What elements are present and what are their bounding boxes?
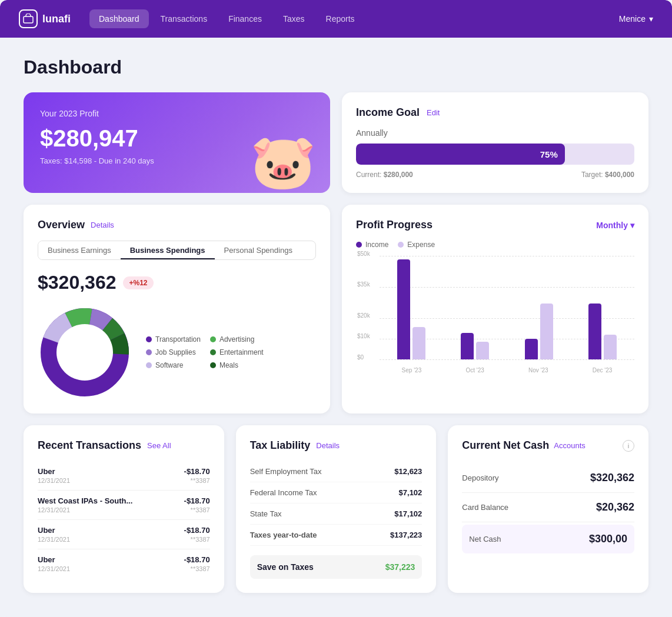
legend-advertising: Advertising [210,335,265,343]
overview-tab-group: Business Earnings Business Spendings Per… [38,241,316,260]
x-labels: Sep '23 Oct '23 Nov '23 Dec '23 [380,367,634,373]
net-cash-rows: Depository $320,362 Card Balance $20,362… [462,463,634,553]
overview-amount: $320,362 +%12 [38,272,316,294]
bars-container [380,256,634,359]
goal-period: Annually [356,128,634,138]
chart-legend: Income Expense [356,241,634,249]
transactions-title: Recent Transactions [38,439,141,452]
bar-sep-expense [412,327,425,359]
cash-row-card-balance: Card Balance $20,362 [462,493,634,522]
bar-chart: $50k $35k $20k $10k $0 [356,256,634,373]
tax-row-self-employment: Self Employment Tax $12,623 [250,461,423,482]
dot-meals [210,362,216,368]
overview-badge: +%12 [123,276,153,289]
chevron-down-icon: ▾ [649,14,653,24]
net-cash-header: Current Net Cash Accounts i [462,439,634,452]
expense-legend: Expense [398,241,435,249]
legend-meals: Meals [210,361,265,369]
tax-details-link[interactable]: Details [316,441,340,450]
tab-personal-spendings[interactable]: Personal Spendings [215,241,302,259]
overview-card: Overview Details Business Earnings Busin… [24,205,330,413]
dot-entertainment [210,349,216,355]
nav-transactions[interactable]: Transactions [151,9,217,28]
cash-row-depository: Depository $320,362 [462,463,634,493]
cash-row-net-cash: Net Cash $300,00 [462,525,634,553]
nav-finances[interactable]: Finances [219,9,271,28]
dot-transportation [146,336,152,342]
bar-sep-income [397,259,410,359]
navbar: lunafi Dashboard Transactions Finances T… [0,0,672,38]
goal-target: Target: $400,000 [581,171,634,179]
profit-label: Your 2023 Profit [40,109,314,118]
save-on-taxes-button[interactable]: Save on Taxes $37,223 [250,555,423,579]
nav-dashboard[interactable]: Dashboard [89,9,149,28]
tax-header: Tax Liability Details [250,439,423,452]
dot-job-supplies [146,349,152,355]
monthly-button[interactable]: Monthly ▾ [596,221,634,230]
bar-dec-income [588,304,601,359]
overview-details-link[interactable]: Details [91,221,114,229]
logo: lunafi [19,9,71,28]
bottom-row: Recent Transactions See All Uber 12/31/2… [24,425,648,593]
bar-dec [588,304,617,359]
recent-transactions-card: Recent Transactions See All Uber 12/31/2… [24,425,224,593]
goal-meta: Current: $280,000 Target: $400,000 [356,171,634,179]
table-row: Uber 12/31/2021 -$18.70 **3387 [38,461,210,491]
progress-pct: 75% [540,149,558,159]
see-all-link[interactable]: See All [147,441,171,450]
accounts-link[interactable]: Accounts [554,441,585,450]
bar-oct-expense [476,342,489,359]
tax-row-ytd: Taxes year-to-date $137,223 [250,525,423,546]
mid-row: Overview Details Business Earnings Busin… [24,205,648,413]
income-legend: Income [356,241,388,249]
tab-business-earnings[interactable]: Business Earnings [38,241,121,259]
profit-card: Your 2023 Profit $280,947 Taxes: $14,598… [24,92,330,193]
chevron-down-icon: ▾ [630,221,634,230]
info-icon[interactable]: i [623,440,634,452]
dot-software [146,362,152,368]
net-cash-card: Current Net Cash Accounts i Depository $… [448,425,648,593]
legend-software: Software [146,361,201,369]
table-row: Uber 12/31/2021 -$18.70 **3387 [38,520,210,549]
nav-taxes[interactable]: Taxes [274,9,314,28]
income-goal-card: Income Goal Edit Annually 75% Current: $… [342,92,648,193]
main-content: Dashboard Your 2023 Profit $280,947 Taxe… [0,38,672,612]
nav-links: Dashboard Transactions Finances Taxes Re… [89,9,619,28]
transactions-list: Uber 12/31/2021 -$18.70 **3387 West Coas… [38,461,210,578]
profit-progress-header: Profit Progress Monthly ▾ [356,219,634,231]
dot-advertising [210,336,216,342]
table-row: Uber 12/31/2021 -$18.70 **3387 [38,549,210,578]
profit-progress-card: Profit Progress Monthly ▾ Income Expense [342,205,648,413]
nav-user[interactable]: Menice ▾ [619,14,653,24]
page-title: Dashboard [24,56,648,78]
legend-transportation: Transportation [146,335,201,343]
profit-progress-title: Profit Progress [356,219,433,231]
bar-dec-expense [604,335,617,359]
bar-nov [525,304,553,359]
progress-bar-bg: 75% [356,144,634,165]
overview-header: Overview Details [38,219,316,231]
svg-point-7 [56,324,113,381]
nav-reports[interactable]: Reports [317,9,364,28]
tab-business-spendings[interactable]: Business Spendings [121,241,215,259]
bar-oct-income [461,333,474,359]
overview-title: Overview [38,219,85,231]
donut-area: Transportation Advertising Job Supplies [38,305,316,399]
goal-title: Income Goal [356,106,420,119]
legend-job-supplies: Job Supplies [146,348,201,356]
tax-rows: Self Employment Tax $12,623 Federal Inco… [250,461,423,546]
bar-nov-expense [540,304,553,359]
piggy-icon: 🐷 [250,131,316,193]
goal-current: Current: $280,000 [356,171,413,179]
bar-oct [461,333,489,359]
donut-chart [38,305,132,399]
tax-row-state: State Tax $17,102 [250,503,423,525]
logo-icon [19,9,38,28]
svg-rect-0 [24,16,33,23]
edit-link[interactable]: Edit [427,108,440,117]
goal-header: Income Goal Edit [356,106,634,119]
save-tax-value: $37,223 [385,562,415,572]
donut-legend: Transportation Advertising Job Supplies [146,335,265,369]
net-cash-title: Current Net Cash [462,439,549,452]
tax-title: Tax Liability [250,439,311,452]
